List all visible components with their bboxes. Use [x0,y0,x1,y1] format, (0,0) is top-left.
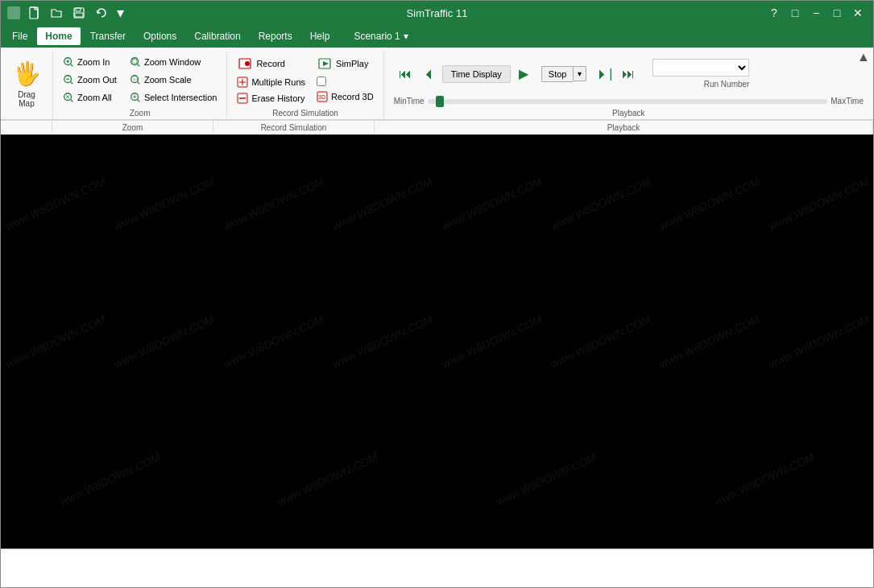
skip-to-end-button[interactable]: ⏭ [617,63,640,85]
svg-line-16 [138,82,140,85]
status-bar [1,549,873,587]
svg-line-7 [71,64,73,67]
help-button[interactable]: ? [765,4,783,22]
watermark-12: www.W8DOWN.COM [330,313,434,371]
zoom-out-button[interactable]: Zoom Out [60,72,120,88]
record-3d-icon: 3D [317,91,328,102]
watermark-grid: www.W8DOWN.COM www.W8DOWN.COM www.W8DOWN… [1,135,873,549]
menu-home[interactable]: Home [37,27,80,45]
zoom-scale-label: Zoom Scale [144,75,192,85]
watermark-20: www.W8DOWN.COM [712,450,816,508]
svg-text:1:1: 1:1 [133,77,139,81]
restore-button[interactable]: □ [786,4,804,22]
simplay-checkbox-row [313,75,377,88]
svg-text:3D: 3D [318,94,325,100]
open-file-button[interactable] [48,4,65,22]
quick-access-more[interactable]: ▾ [117,4,124,22]
watermark-13: www.W8DOWN.COM [439,313,543,371]
zoom-all-label: Zoom All [77,93,112,102]
zoom-group-label: Zoom [52,121,213,135]
svg-line-10 [138,64,140,67]
record-simulation-group-label: Record Simulation [213,121,375,135]
menu-options[interactable]: Options [135,27,184,45]
menu-file[interactable]: File [4,27,35,45]
svg-line-20 [138,100,140,102]
stop-dropdown: Stop ▾ [541,66,587,82]
undo-button[interactable] [93,4,110,22]
drag-map-group-label [1,121,52,135]
min-time-label: MinTime [394,97,425,106]
menu-transfer[interactable]: Transfer [82,27,134,45]
playback-group-label: Playback [375,121,873,135]
skip-to-start-button[interactable]: ⏮ [394,63,416,85]
watermark-3: www.W8DOWN.COM [222,175,325,233]
run-number-select[interactable] [652,59,749,77]
drag-map-button[interactable]: 🖐 DragMap [7,57,46,111]
multiple-runs-icon [237,77,248,88]
erase-history-button[interactable]: Erase History [234,91,309,106]
zoom-section: Zoom In Zoom Window [53,51,227,119]
step-back-button[interactable]: ⏴ [418,63,441,85]
multiple-runs-button[interactable]: Multiple Runs [234,75,309,89]
playback-section: ⏮ ⏴ Time Display ▶ Stop ▾ ⏵| ⏭ [384,51,873,119]
record-icon [238,56,253,71]
zoom-window-label: Zoom Window [144,57,201,67]
drag-map-label: DragMap [18,90,35,108]
erase-history-label: Erase History [251,93,304,103]
watermark-8: www.W8DOWN.COM [767,175,871,233]
watermark-18: www.W8DOWN.COM [275,450,379,508]
zoom-scale-button[interactable]: 1:1 Zoom Scale [126,72,221,88]
record-3d-label: Record 3D [331,92,374,101]
save-button[interactable] [70,4,88,22]
stop-button[interactable]: Stop [541,66,574,82]
zoom-in-label: Zoom In [77,57,110,67]
zoom-all-button[interactable]: Zoom All [60,89,120,106]
close-button[interactable]: ✕ [849,4,867,22]
simplay-label: SimPlay [336,59,368,68]
svg-marker-26 [323,61,329,66]
menu-help[interactable]: Help [302,27,338,45]
app-window: ▾ SimTraffic 11 ? □ − □ ✕ File Home Tran… [0,0,874,588]
simplay-checkbox[interactable] [317,77,326,86]
watermark-15: www.W8DOWN.COM [657,313,761,371]
watermark-2: www.W8DOWN.COM [112,175,216,233]
run-number-area: Run Number [652,59,749,89]
play-button[interactable]: ▶ [512,63,535,85]
run-number-label: Run Number [704,80,750,89]
zoom-in-button[interactable]: Zoom In [60,54,120,70]
playback-controls: ⏮ ⏴ Time Display ▶ Stop ▾ ⏵| ⏭ [394,54,864,93]
simplay-button[interactable]: SimPlay [313,54,377,73]
record-3d-button[interactable]: 3D Record 3D [313,89,377,104]
watermark-10: www.W8DOWN.COM [112,313,216,371]
time-display-button[interactable]: Time Display [442,65,511,83]
menu-calibration[interactable]: Calibration [186,27,248,45]
scenario-selector[interactable]: Scenario 1 ▾ [346,27,416,45]
svg-point-22 [245,61,250,66]
select-intersection-icon [130,92,141,103]
drag-map-section: 🖐 DragMap [1,51,53,119]
svg-line-18 [71,100,73,102]
ribbon-content: 🖐 DragMap [1,48,873,120]
zoom-window-button[interactable]: Zoom Window [126,54,221,70]
maximize-button[interactable]: □ [828,4,846,22]
multiple-runs-label: Multiple Runs [251,77,305,87]
drag-map-content: 🖐 DragMap [7,54,46,114]
watermark-11: www.W8DOWN.COM [222,313,325,371]
watermark-16: www.W8DOWN.COM [767,313,871,371]
ribbon-collapse-button[interactable]: ▲ [855,49,872,65]
record-button[interactable]: Record [234,54,309,73]
new-file-button[interactable] [25,4,43,22]
record-simulation-section-label: Record Simulation [234,106,376,119]
watermark-5: www.W8DOWN.COM [439,175,543,233]
select-intersection-button[interactable]: Select Intersection [126,89,221,106]
step-forward-button[interactable]: ⏵| [593,63,615,85]
zoom-out-label: Zoom Out [77,75,117,85]
svg-rect-3 [75,13,83,17]
timeline-track[interactable] [428,99,828,104]
menu-reports[interactable]: Reports [251,27,300,45]
title-bar-left: ▾ [7,4,124,22]
timeline-thumb[interactable] [436,96,444,107]
stop-dropdown-arrow[interactable]: ▾ [573,66,586,81]
step-controls: ⏵| ⏭ [593,63,640,85]
minimize-button[interactable]: − [807,4,825,22]
